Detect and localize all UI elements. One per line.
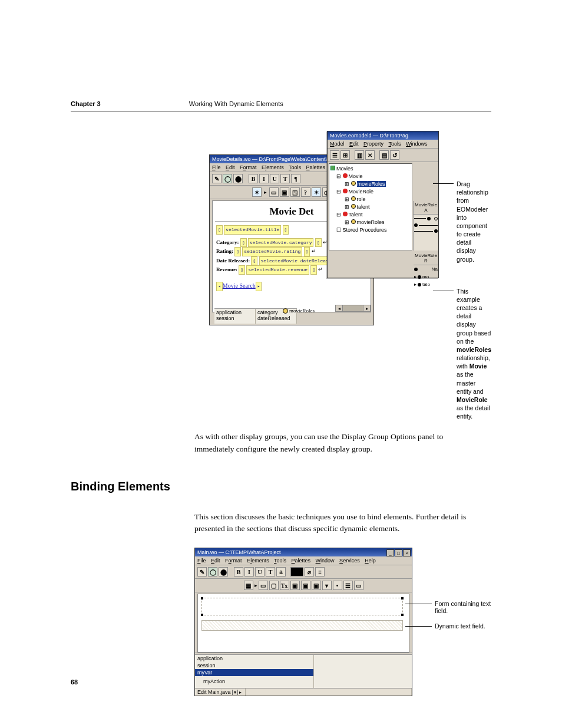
- tool-pencil-icon[interactable]: ✎: [212, 174, 222, 183]
- f2-el-3-icon[interactable]: ▢: [269, 581, 279, 590]
- figure-2-window: Main.wo — C:\TEMP\WhatAProject _ □ × Fil…: [194, 548, 412, 696]
- menu-edit[interactable]: Edit: [226, 164, 235, 170]
- link-row: ◂Movie Search▸: [216, 281, 367, 291]
- menu-tools[interactable]: Tools: [289, 164, 301, 170]
- menu-palettes[interactable]: Palettes: [306, 164, 326, 170]
- dynamic-textfield[interactable]: [201, 620, 403, 631]
- f2-el-11-icon[interactable]: ▭: [354, 581, 363, 590]
- f2-tt-button[interactable]: T: [266, 567, 275, 577]
- window-controls: _ □ ×: [386, 549, 411, 556]
- mod-tool-3-icon[interactable]: ▥: [355, 150, 364, 160]
- italic-button[interactable]: I: [259, 174, 269, 183]
- page-number: 68: [71, 678, 78, 686]
- f2-circle-icon[interactable]: ◯: [208, 567, 217, 577]
- element-star2-icon[interactable]: ✶: [312, 187, 321, 197]
- fig2-toolbar-1: ✎ ◯ ⬤ B I U T a ⌀ ≡: [195, 565, 412, 579]
- f2-italic-button[interactable]: I: [244, 567, 254, 577]
- f2-el-1-icon[interactable]: ▦: [244, 581, 253, 590]
- f2-menu-window[interactable]: Window: [316, 558, 335, 564]
- underline-button[interactable]: U: [270, 174, 279, 183]
- f2-annotation-1: Form containing text field.: [423, 600, 491, 614]
- f2-color-swatch[interactable]: [290, 567, 303, 577]
- f2-el-4-icon[interactable]: Tx: [280, 581, 289, 590]
- f2-el-5-icon[interactable]: ▣: [290, 581, 300, 590]
- form-outline[interactable]: [201, 598, 403, 615]
- mod-tool-2-icon[interactable]: ⊞: [340, 150, 350, 160]
- tool-disk-icon[interactable]: ⬤: [233, 174, 243, 183]
- f2-menu-tools[interactable]: Tools: [274, 558, 286, 564]
- f2-bold-button[interactable]: B: [234, 567, 243, 577]
- paragraph-button[interactable]: ¶: [291, 174, 300, 183]
- menu-elements[interactable]: Elements: [262, 164, 284, 170]
- f2-el-7-icon[interactable]: ▣: [312, 581, 321, 590]
- entity-tree[interactable]: Movies ⊟ Movie ⊞ movieRoles ⊟ MovieRole …: [329, 163, 412, 251]
- minimize-button[interactable]: _: [386, 549, 394, 556]
- f2-annotation-2: Dynamic text field.: [423, 622, 491, 630]
- f2-el-6-icon[interactable]: ▣: [301, 581, 310, 590]
- mod-tool-1-icon[interactable]: ☰: [330, 150, 339, 160]
- figure-1-annotations: Drag relationship from EOModeler into co…: [436, 131, 491, 420]
- mod-tool-4-icon[interactable]: ✕: [365, 150, 375, 160]
- chapter-label: Chapter 3: [71, 100, 101, 107]
- f2-menu-edit[interactable]: Edit: [211, 558, 220, 564]
- menu-format[interactable]: Format: [240, 164, 257, 170]
- diagram-rel-3: [414, 228, 438, 234]
- diagram-item-3: ▸ talo: [414, 281, 438, 288]
- f2-clear-button[interactable]: ⌀: [305, 567, 314, 577]
- running-header: Chapter 3 Working With Dynamic Elements: [71, 100, 491, 107]
- mod-tool-5-icon[interactable]: ▤: [379, 150, 389, 160]
- h-scrollbar[interactable]: ◂▸: [335, 305, 371, 312]
- figure-2-annotations: Form containing text field. Dynamic text…: [412, 548, 491, 630]
- browser-col-1[interactable]: application session: [214, 309, 256, 324]
- f2-menu-palettes[interactable]: Palettes: [292, 558, 311, 564]
- f2-menu-file[interactable]: File: [197, 558, 206, 564]
- menu-tools2[interactable]: Tools: [388, 141, 401, 147]
- diagram-item-1: Na: [414, 265, 438, 273]
- annotation-1: Drag relationship from EOModeler into co…: [445, 180, 491, 263]
- mod-tool-6-icon[interactable]: ↺: [390, 150, 399, 160]
- movie-search-link[interactable]: Movie Search: [223, 282, 256, 289]
- fig2-browser-col-2[interactable]: [314, 655, 412, 688]
- f2-menu-services[interactable]: Services: [339, 558, 360, 564]
- chapter-title: Working With Dynamic Elements: [189, 100, 283, 107]
- fig2-menubar: File Edit Format Elements Tools Palettes…: [195, 556, 412, 565]
- f2-disk-icon[interactable]: ⬤: [219, 567, 228, 577]
- menu-property[interactable]: Property: [363, 141, 384, 147]
- element-help-icon[interactable]: ?: [301, 187, 310, 197]
- drag-cursor-label: movieRoles: [283, 308, 324, 316]
- element-textfield-icon[interactable]: ▭: [269, 187, 279, 197]
- menu-windows[interactable]: Windows: [406, 141, 428, 147]
- f2-el-2-icon[interactable]: ▭: [259, 581, 268, 590]
- status-file[interactable]: Edit Main.java ▾▸: [195, 689, 246, 696]
- element-button-icon[interactable]: ▣: [280, 187, 289, 197]
- f2-underline-button[interactable]: U: [255, 567, 265, 577]
- fig2-browser-col-1[interactable]: application session myVar myAction: [195, 655, 314, 688]
- f2-menu-format[interactable]: Format: [225, 558, 242, 564]
- f2-menu-help[interactable]: Help: [365, 558, 376, 564]
- f2-align-button[interactable]: ≡: [315, 567, 325, 577]
- f2-el-10-icon[interactable]: ☰: [343, 581, 353, 590]
- maximize-button[interactable]: □: [395, 549, 402, 556]
- fig2-statusbar: Edit Main.java ▾▸: [195, 688, 412, 696]
- element-image-icon[interactable]: ◳: [290, 187, 300, 197]
- tt-button[interactable]: T: [280, 174, 290, 183]
- f2-pencil-icon[interactable]: ✎: [197, 567, 207, 577]
- toolbar-separator: ▸: [264, 189, 267, 195]
- f2-menu-elements[interactable]: Elements: [247, 558, 269, 564]
- f2-sep: ▸: [254, 582, 257, 588]
- menu-model[interactable]: Model: [330, 141, 345, 147]
- f2-anchor-button[interactable]: a: [276, 567, 286, 577]
- menu-file[interactable]: File: [212, 164, 221, 170]
- fig2-canvas: [197, 594, 409, 653]
- f2-el-9-icon[interactable]: •: [333, 581, 342, 590]
- modeler-menubar: Model Edit Property Tools Windows: [328, 140, 438, 149]
- f2-el-8-icon[interactable]: ▾: [322, 581, 332, 590]
- close-button[interactable]: ×: [403, 549, 411, 556]
- element-star-icon[interactable]: ✶: [252, 187, 262, 197]
- bold-button[interactable]: B: [249, 174, 258, 183]
- menu-edit2[interactable]: Edit: [349, 141, 359, 147]
- fig2-toolbar-2: ▦ ▸ ▭ ▢ Tx ▣ ▣ ▣ ▾ • ☰ ▭: [195, 579, 412, 592]
- tool-circle-icon[interactable]: ◯: [223, 174, 232, 183]
- chevron-down-icon: ▾: [232, 690, 237, 695]
- section-heading: Binding Elements: [71, 480, 491, 493]
